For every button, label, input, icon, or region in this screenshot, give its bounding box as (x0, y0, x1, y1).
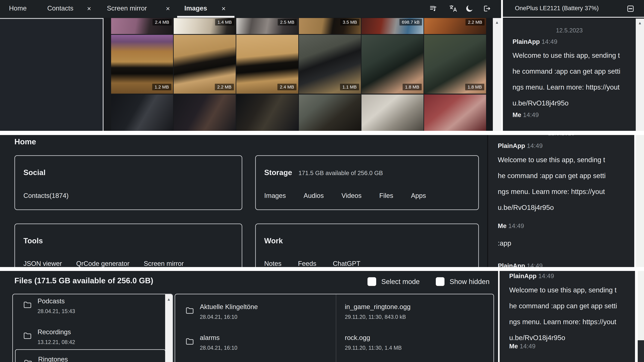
tab-screen-mirror[interactable]: Screen mirror (107, 4, 147, 12)
chat-message-header: Me 14:49 (498, 222, 524, 230)
folder-icon (22, 331, 32, 340)
image-thumbnail[interactable]: 2.5 MB (236, 18, 298, 34)
playlist-music-icon[interactable] (429, 4, 438, 13)
file-size-badge: 2.4 MB (278, 84, 296, 90)
section-images: Home Contacts × Screen mirror × Images × (0, 0, 644, 131)
file-meta: 28.04.21, 15:43 (38, 308, 75, 315)
chat-panel: 12.5.2023 PlainApp 14:49 Welcome to use … (488, 135, 634, 267)
chat-message-header: PlainApp 14:49 (512, 38, 558, 45)
list-item[interactable]: rock.ogg 29.11.20, 11:30, 1.4 MB (339, 330, 494, 358)
tab-images[interactable]: Images (184, 4, 207, 12)
chat-sender: PlainApp (509, 273, 536, 280)
link-files[interactable]: Files (379, 192, 393, 199)
image-thumbnail[interactable]: 698.7 kB (362, 18, 424, 34)
file-size-badge: 2.4 MB (152, 19, 172, 25)
card-title: Storage 171.5 GB available of 256.0 GB (264, 168, 383, 177)
image-thumbnail[interactable] (174, 94, 236, 131)
file-meta: 29.11.20, 11:30, 843.0 kB (345, 314, 406, 320)
link-images[interactable]: Images (264, 192, 286, 199)
chat-sender: PlainApp (512, 38, 540, 45)
panel-minimize-icon[interactable] (626, 4, 635, 13)
chat-message-header: Me 14:49 (509, 343, 536, 350)
link-contacts[interactable]: Contacts(1874) (24, 192, 68, 199)
image-thumbnail[interactable]: 2.2 MB (424, 18, 486, 34)
scroll-up-icon[interactable]: ▲ (636, 21, 644, 25)
chat-message-header: PlainApp 14:49 (498, 142, 543, 149)
link-notes[interactable]: Notes (264, 260, 282, 267)
image-thumbnail[interactable] (111, 94, 173, 131)
image-thumbnail[interactable] (299, 94, 361, 131)
image-thumbnail[interactable]: 2.4 MB (236, 35, 298, 94)
list-item[interactable]: Podcasts 28.04.21, 15:43 (13, 294, 163, 323)
show-hidden-label: Show hidden (450, 278, 490, 286)
panel-divider (487, 135, 488, 267)
chat-message-text: :app (498, 235, 608, 251)
exit-icon[interactable] (482, 4, 491, 13)
chat-time: 14:49 (523, 111, 539, 118)
folder-icon (185, 306, 195, 315)
link-videos[interactable]: Videos (342, 192, 362, 199)
tab-contacts-close-icon[interactable]: × (87, 4, 91, 12)
image-thumbnail[interactable] (424, 94, 486, 131)
tab-home[interactable]: Home (9, 4, 26, 12)
select-mode-checkbox[interactable] (368, 277, 376, 286)
file-size-badge: 1.2 MB (152, 84, 171, 90)
chat-message-text: :app (512, 124, 623, 131)
folder-icon (22, 300, 32, 309)
show-hidden-checkbox[interactable] (436, 277, 444, 286)
image-thumbnail[interactable]: 2.4 MB (111, 18, 173, 34)
card-title-text: Storage (264, 168, 292, 177)
tab-screen-mirror-close-icon[interactable]: × (166, 4, 170, 12)
device-header: OnePlus LE2121 (Battery 37%) (503, 0, 644, 18)
page-scrollbar[interactable] (636, 135, 644, 267)
file-meta: 13.12.21, 08:42 (38, 339, 75, 345)
link-json-viewer[interactable]: JSON viewer (24, 260, 62, 267)
link-apps[interactable]: Apps (411, 192, 426, 199)
image-thumbnail[interactable]: 1.2 MB (111, 35, 173, 94)
scrollbar-thumb[interactable] (638, 340, 644, 362)
link-qrcode-generator[interactable]: QrCode generator (76, 260, 130, 267)
image-thumbnail[interactable]: 3.5 MB (299, 18, 361, 34)
list-scrollbar[interactable]: ▲ (165, 294, 172, 362)
folder-icon (185, 337, 195, 346)
link-audios[interactable]: Audios (304, 192, 324, 199)
card-storage: Storage 171.5 GB available of 256.0 GB I… (255, 155, 479, 210)
file-name: rock.ogg (345, 334, 370, 342)
image-thumbnail[interactable]: 2.2 MB (174, 35, 236, 94)
page-scrollbar[interactable] (638, 271, 644, 362)
image-thumbnail[interactable] (236, 94, 298, 131)
scroll-up-icon[interactable]: ▲ (493, 20, 501, 25)
grid-scrollbar[interactable]: ▲ (493, 18, 501, 131)
tab-contacts[interactable]: Contacts (47, 4, 74, 12)
list-item-selected[interactable]: Ringtones (15, 349, 166, 362)
file-name: Podcasts (38, 297, 65, 305)
chat-scrollbar[interactable]: ▲ (636, 18, 644, 131)
image-thumbnail[interactable]: 1.1 MB (299, 35, 361, 94)
list-item[interactable]: Aktuelle Klingeltöne 28.04.21, 16:10 (175, 299, 334, 327)
file-meta: 28.04.21, 16:10 (200, 314, 237, 320)
image-thumbnail[interactable]: 1.8 MB (424, 35, 486, 94)
dark-mode-icon[interactable] (465, 4, 474, 13)
list-item[interactable]: in_game_ringtone.ogg 29.11.20, 11:30, 84… (339, 299, 494, 327)
chat-sender-me: Me (498, 222, 506, 229)
chat-message-text: Welcome to use this app, sending the com… (509, 282, 620, 346)
link-feeds[interactable]: Feeds (298, 260, 316, 267)
scroll-up-icon[interactable]: ▲ (165, 297, 172, 302)
file-meta: 28.04.21, 16:10 (200, 345, 237, 351)
chat-panel: PlainApp 14:49 Welcome to use this app, … (500, 271, 635, 362)
list-item[interactable]: alarms 28.04.21, 16:10 (175, 330, 334, 358)
translate-icon[interactable] (448, 4, 457, 13)
link-chatgpt[interactable]: ChatGPT (333, 260, 360, 267)
image-thumbnail[interactable]: 1.8 MB (362, 35, 424, 94)
tab-images-close-icon[interactable]: × (222, 4, 226, 12)
section-divider (0, 131, 644, 135)
chat-message-header: PlainApp 14:49 (498, 262, 543, 267)
link-screen-mirror[interactable]: Screen mirror (144, 260, 184, 267)
image-thumbnail[interactable] (362, 94, 424, 131)
chat-sender: PlainApp (498, 262, 525, 267)
file-name: Recordings (38, 328, 71, 336)
page-title: Home (14, 137, 36, 146)
image-thumbnail[interactable]: 1.4 MB (174, 18, 236, 34)
chat-message-text: Welcome to use this app, sending the com… (498, 152, 608, 215)
chat-time: 14:49 (538, 273, 554, 280)
